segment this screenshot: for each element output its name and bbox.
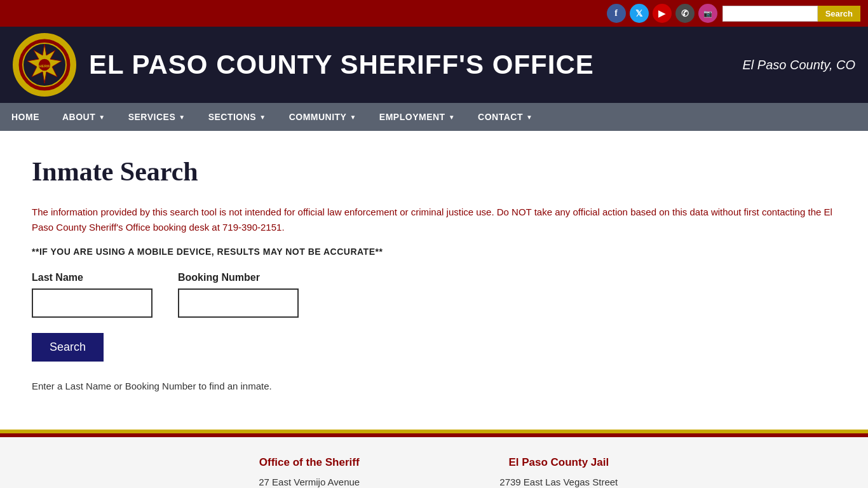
- nav-about[interactable]: ABOUT ▼: [51, 103, 117, 131]
- svg-text:SHERIFF: SHERIFF: [36, 64, 53, 68]
- last-name-label: Last Name: [32, 272, 153, 283]
- site-location: El Paso County, CO: [743, 58, 855, 72]
- nav-community[interactable]: COMMUNITY ▼: [278, 103, 368, 131]
- about-arrow: ▼: [98, 114, 105, 121]
- site-title: EL PASO COUNTY SHERIFF'S OFFICE: [89, 50, 743, 80]
- main-content: Inmate Search The information provided b…: [0, 131, 868, 430]
- employment-arrow: ▼: [449, 114, 455, 121]
- last-name-input[interactable]: [32, 288, 153, 318]
- top-search-bar: Search: [722, 6, 860, 22]
- booking-number-input[interactable]: [178, 288, 299, 318]
- facebook-icon[interactable]: f: [607, 4, 626, 23]
- mobile-notice: **IF YOU ARE USING A MOBILE DEVICE, RESU…: [32, 247, 836, 257]
- footer-sheriff-title: Office of the Sheriff: [248, 456, 370, 469]
- search-button[interactable]: Search: [32, 333, 104, 362]
- services-arrow: ▼: [179, 114, 185, 121]
- footer-jail-address: 2739 East Las Vegas Street Colorado Spri…: [498, 474, 620, 488]
- footer-jail-title: El Paso County Jail: [498, 456, 620, 469]
- youtube-icon[interactable]: ▶: [653, 4, 672, 23]
- top-search-input[interactable]: [722, 6, 818, 22]
- phone-icon[interactable]: ✆: [675, 4, 695, 23]
- footer-sheriff-address: 27 East Vermijo Avenue Colorado Springs,…: [248, 474, 370, 488]
- site-header: SHERIFF EL PASO COUNTY SHERIFF'S OFFICE …: [0, 27, 868, 103]
- social-icons: f 𝕏 ▶ ✆ 📷: [607, 4, 717, 23]
- top-search-button[interactable]: Search: [818, 6, 860, 22]
- nav-services[interactable]: SERVICES ▼: [117, 103, 197, 131]
- nav-employment[interactable]: EMPLOYMENT ▼: [368, 103, 466, 131]
- search-form-row: Last Name Booking Number: [32, 272, 836, 318]
- footer-sheriff-line1: 27 East Vermijo Avenue: [259, 477, 360, 487]
- twitter-icon[interactable]: 𝕏: [630, 4, 649, 23]
- page-title: Inmate Search: [32, 156, 836, 187]
- nav-home[interactable]: HOME: [0, 103, 51, 131]
- sections-arrow: ▼: [259, 114, 266, 121]
- footer-col-sheriff: Office of the Sheriff 27 East Vermijo Av…: [248, 456, 370, 488]
- main-nav: HOME ABOUT ▼ SERVICES ▼ SECTIONS ▼ COMMU…: [0, 103, 868, 131]
- top-bar: f 𝕏 ▶ ✆ 📷 Search: [0, 0, 868, 27]
- community-arrow: ▼: [349, 114, 356, 121]
- footer-col-jail: El Paso County Jail 2739 East Las Vegas …: [498, 456, 620, 488]
- contact-arrow: ▼: [526, 114, 532, 121]
- site-logo: SHERIFF: [13, 33, 76, 97]
- last-name-group: Last Name: [32, 272, 153, 318]
- disclaimer-text: The information provided by this search …: [32, 205, 836, 235]
- footer: Office of the Sheriff 27 East Vermijo Av…: [0, 437, 868, 488]
- booking-number-label: Booking Number: [178, 272, 299, 283]
- instagram-icon[interactable]: 📷: [698, 4, 717, 23]
- result-text: Enter a Last Name or Booking Number to f…: [32, 381, 836, 391]
- nav-contact[interactable]: CONTACT ▼: [466, 103, 544, 131]
- nav-sections[interactable]: SECTIONS ▼: [197, 103, 278, 131]
- footer-jail-line1: 2739 East Las Vegas Street: [499, 477, 618, 487]
- booking-number-group: Booking Number: [178, 272, 299, 318]
